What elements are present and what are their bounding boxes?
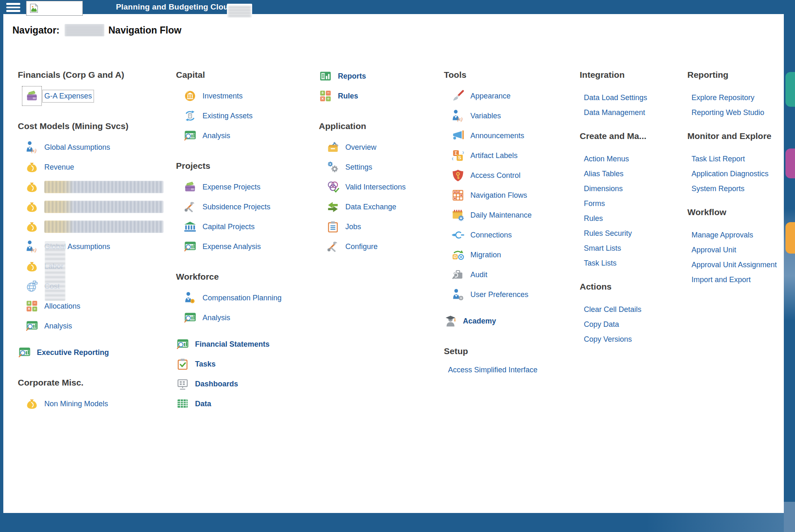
section-heading-workforce: Workforce <box>176 271 309 282</box>
nav-item-labor[interactable]: Labor <box>14 256 164 276</box>
nav-item-dimensions[interactable]: Dimensions <box>576 181 680 196</box>
nav-item-application-diagnostics[interactable]: Application Diagnostics <box>684 166 783 181</box>
nav-section: Monitor and ExploreTask List ReportAppli… <box>684 131 783 196</box>
nav-item-capital-projects[interactable]: Capital Projects <box>173 217 309 237</box>
nav-item-copy-versions[interactable]: Copy Versions <box>576 332 680 347</box>
nav-item-analysis[interactable]: Analysis <box>173 308 309 328</box>
nav-item-redacted[interactable] <box>14 177 164 197</box>
nav-item-non-mining-models[interactable]: Non Mining Models <box>14 394 164 414</box>
nav-item-tasks[interactable]: Tasks <box>173 354 309 374</box>
nav-section: CapitalInvestmentsExisting AssetsAnalysi… <box>173 69 309 146</box>
nav-item-explore-repository[interactable]: Explore Repository <box>684 90 783 105</box>
nav-item-allocations[interactable]: +−×÷Allocations <box>14 296 164 316</box>
hamburger-icon[interactable] <box>6 3 20 12</box>
nav-item-access-control[interactable]: Access Control <box>441 165 573 185</box>
nav-item-migration[interactable]: Migration <box>441 245 573 265</box>
nav-item-global-assumptions[interactable]: (x)Global Assumptions <box>14 137 164 157</box>
nav-item-system-reports[interactable]: System Reports <box>684 181 783 196</box>
nav-item-expense-projects[interactable]: Expense Projects <box>173 177 309 197</box>
nav-item-executive-reporting[interactable]: Executive Reporting <box>14 343 164 362</box>
nav-item-valid-intersections[interactable]: Valid Intersections <box>316 177 438 197</box>
nav-item-expense-analysis[interactable]: Expense Analysis <box>173 237 309 256</box>
nav-item-settings[interactable]: Settings <box>316 157 438 177</box>
nav-item-label: Financial Statements <box>195 340 270 349</box>
nav-item-action-menus[interactable]: Action Menus <box>576 151 680 166</box>
nav-item-forms[interactable]: Forms <box>576 196 680 211</box>
nav-item-variables[interactable]: (x)Variables <box>441 106 573 126</box>
nav-item-user-preferences[interactable]: User Preferences <box>441 285 573 304</box>
nav-item-access-simplified-interface[interactable]: Access Simplified Interface <box>441 362 573 377</box>
nav-item-data-exchange[interactable]: Data Exchange <box>316 197 438 217</box>
nav-item-manage-approvals[interactable]: Manage Approvals <box>684 228 783 242</box>
nav-item-copy-data[interactable]: Copy Data <box>576 317 680 332</box>
nav-item-dashboards[interactable]: Dashboards <box>173 374 309 394</box>
nav-item-financial-statements[interactable]: Financial Statements <box>173 334 309 354</box>
svg-text:Σ: Σ <box>455 151 458 156</box>
calculator-grid-icon: +−×÷ <box>318 89 333 103</box>
section-heading-monitor-and-explore: Monitor and Explore <box>687 131 783 141</box>
top-bar: Planning and Budgeting Cloud: <box>0 0 795 14</box>
nav-item-redacted[interactable] <box>14 197 164 217</box>
dashboard-icon <box>175 376 190 391</box>
nav-item-redacted[interactable] <box>14 217 164 237</box>
nav-item-label: Dimensions <box>584 185 623 193</box>
nav-item-academy[interactable]: Academy <box>441 311 573 331</box>
nav-item-smart-lists[interactable]: Smart Lists <box>576 241 680 256</box>
nav-item-rules-security[interactable]: Rules Security <box>576 226 680 241</box>
nav-item-label: Data Load Settings <box>584 93 647 102</box>
svg-text:(x): (x) <box>31 148 36 153</box>
nav-item-configure[interactable]: Configure <box>316 237 438 256</box>
nav-item-label: Settings <box>345 163 372 172</box>
nav-item-audit[interactable]: Audit <box>441 265 573 285</box>
nav-item-import-and-export[interactable]: Import and Export <box>684 272 783 287</box>
audit-icon <box>450 267 465 282</box>
nav-item-jobs[interactable]: Jobs <box>316 217 438 237</box>
app-title: Planning and Budgeting Cloud: <box>116 2 236 12</box>
nav-item-reports[interactable]: Reports <box>316 66 438 86</box>
nav-item-compensation-planning[interactable]: Compensation Planning <box>173 288 309 308</box>
nav-item-data-load-settings[interactable]: Data Load Settings <box>576 90 680 105</box>
nav-item-existing-assets[interactable]: Existing Assets <box>173 106 309 126</box>
nav-item-revenue[interactable]: Revenue <box>14 157 164 177</box>
tools-icon <box>325 239 340 254</box>
nav-item-reporting-web-studio[interactable]: Reporting Web Studio <box>684 105 783 120</box>
nav-item-task-lists[interactable]: Task Lists <box>576 256 680 271</box>
nav-item-connections[interactable]: Connections <box>441 225 573 245</box>
section-heading-tools: Tools <box>444 69 573 80</box>
nav-item-g-a-expenses[interactable]: G-A Expenses <box>14 86 164 106</box>
section-heading-application: Application <box>319 121 438 132</box>
money-bag-icon <box>24 259 39 274</box>
nav-item-analysis[interactable]: Analysis <box>173 126 309 146</box>
nav-item-artifact-labels[interactable]: ΣSArtifact Labels <box>441 146 573 165</box>
nav-item-rules[interactable]: Rules <box>576 211 680 226</box>
nav-item-clear-cell-details[interactable]: Clear Cell Details <box>576 302 680 317</box>
nav-item-analysis[interactable]: Analysis <box>14 316 164 336</box>
nav-item-data-management[interactable]: Data Management <box>576 105 680 120</box>
nav-item-announcements[interactable]: Announcements <box>441 126 573 146</box>
nav-item-appearance[interactable]: Appearance <box>441 86 573 106</box>
nav-item-navigation-flows[interactable]: Navigation Flows <box>441 185 573 205</box>
nav-column-1: Financials (Corp G and A)G-A ExpensesCos… <box>14 66 164 414</box>
nav-item-subsidence-projects[interactable]: Subsidence Projects <box>173 197 309 217</box>
section-heading-reporting: Reporting <box>687 69 783 80</box>
svg-text:(x): (x) <box>457 117 463 122</box>
nav-item-approval-unit[interactable]: Approval Unit <box>684 242 783 257</box>
nav-item-data[interactable]: Data <box>173 394 309 414</box>
nav-item-alias-tables[interactable]: Alias Tables <box>576 166 680 181</box>
nav-item-cost[interactable]: Cost <box>14 276 164 296</box>
nav-item-label: Variables <box>470 112 501 120</box>
nav-item-label: Analysis <box>202 132 230 140</box>
nav-item-daily-maintenance[interactable]: Daily Maintenance <box>441 205 573 225</box>
nav-item-investments[interactable]: Investments <box>173 86 309 106</box>
nav-item-overview[interactable]: Overview <box>316 137 438 157</box>
nav-item-rules[interactable]: +−×÷Rules <box>316 86 438 106</box>
nav-item-label: Analysis <box>202 314 230 322</box>
nav-item-approval-unit-assignment[interactable]: Approval Unit Assignment <box>684 257 783 272</box>
wallet-icon <box>183 180 198 194</box>
redacted-label <box>44 220 164 233</box>
nav-item-global-assumptions[interactable]: (x)Global Assumptions <box>14 237 164 256</box>
bank-icon <box>183 219 198 234</box>
nav-item-label: Reports <box>338 72 366 81</box>
nav-item-label: Configure <box>345 242 378 251</box>
nav-item-task-list-report[interactable]: Task List Report <box>684 151 783 166</box>
